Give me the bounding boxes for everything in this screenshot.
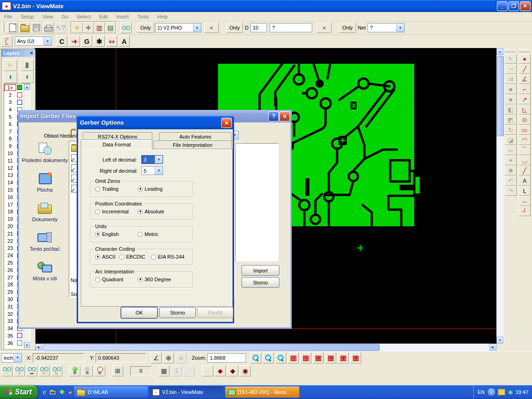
dcode-input[interactable]: 10 — [250, 23, 267, 32]
place-my-computer[interactable]: Tento počítač — [22, 231, 68, 252]
vertical-scroll-thumb[interactable] — [497, 56, 504, 136]
only-net-button[interactable]: Only — [339, 23, 356, 33]
arc-tool-icon[interactable]: ◠ — [519, 135, 531, 145]
triangle-tool-icon[interactable]: ◺ — [519, 104, 531, 115]
place-recent-documents[interactable]: Poslední dokumenty — [22, 143, 68, 163]
chevron-down-icon[interactable]: ▼ — [13, 354, 21, 362]
internet-explorer-icon[interactable]: e — [42, 388, 46, 396]
layer-colors-icon[interactable]: 🮘 — [20, 60, 34, 71]
dcode-tools-icon[interactable]: ✛ — [83, 22, 94, 33]
layers-panel-header[interactable]: Layers ✕ — [1, 49, 35, 57]
radio-metric[interactable]: Metric — [138, 231, 158, 237]
pan-up-icon[interactable]: ▦↑ — [350, 352, 361, 363]
chevron-down-icon[interactable]: ▼ — [43, 37, 51, 45]
chevron-down-icon[interactable]: ▼ — [193, 24, 201, 32]
aperture-a-icon[interactable]: A — [119, 36, 130, 47]
sketch-line-tool-icon[interactable]: ╱ — [519, 165, 531, 175]
zoom-tool-icon[interactable] — [250, 352, 261, 363]
pan-left-icon[interactable]: ▦← — [313, 352, 324, 363]
pan-down-icon[interactable]: ▦↓ — [338, 352, 349, 363]
tab-file-interpretation[interactable]: File Interpretation — [153, 140, 232, 149]
help-icon[interactable]: ? — [268, 111, 279, 121]
layer-color-swatch[interactable] — [17, 92, 22, 97]
menu-item-tools[interactable]: Tools — [133, 13, 153, 20]
highlight-off-lamp-icon[interactable] — [82, 365, 93, 376]
zoom-grid-icon[interactable] — [263, 352, 274, 363]
layer-insert-icon[interactable]: ⊢ — [4, 60, 17, 71]
radio-quadrant[interactable]: Quadrant — [95, 277, 123, 282]
layer-combo[interactable]: 1) V2.PHO▼ — [155, 23, 201, 32]
palette-grip[interactable] — [519, 49, 530, 52]
dimension-tool-icon[interactable]: ↔ — [519, 196, 531, 206]
scroll-up-icon[interactable]: ▲ — [496, 48, 503, 55]
split-panes-icon[interactable]: ⊞ — [112, 365, 123, 376]
close-icon[interactable]: ✕ — [221, 118, 232, 128]
notes-tray-icon[interactable] — [498, 389, 505, 395]
cancel-button[interactable]: Storno — [242, 277, 279, 288]
place-desktop[interactable]: Plocha — [22, 172, 68, 193]
menu-item-insert[interactable]: Insert — [112, 13, 133, 20]
view-points-glasses-icon[interactable]: •– — [39, 365, 50, 376]
corner-tool-icon[interactable]: ⌐ — [519, 84, 531, 94]
scroll-left-icon[interactable]: ◀ — [35, 344, 42, 351]
pattern-sparse-icon[interactable]: ◌ — [202, 365, 213, 376]
units-combo[interactable]: inch▼ — [1, 353, 22, 363]
curve-tool-icon[interactable]: ⌒ — [519, 145, 531, 155]
highlight-outline-lamp-icon[interactable] — [94, 365, 105, 376]
goto-arrow-icon[interactable]: ➜ — [69, 36, 80, 47]
crosshair-icon[interactable]: ⊕ — [163, 352, 174, 363]
settings-gear-icon[interactable]: ✱ — [505, 165, 517, 175]
print-icon[interactable] — [43, 22, 54, 33]
menu-item-go[interactable]: Go — [57, 13, 73, 20]
gerber-g-icon[interactable]: G — [81, 36, 92, 47]
zoom-value[interactable]: 1.8868 — [207, 353, 246, 363]
cursor-tool-icon[interactable]: ↖ — [505, 54, 517, 64]
prev-dcode-button[interactable]: < — [317, 23, 332, 33]
pattern-pad-icon[interactable]: ◆ — [215, 365, 226, 376]
firefox-icon[interactable]: ◕ — [68, 388, 72, 396]
menu-item-file[interactable]: File — [0, 13, 17, 20]
rectangle-tool-icon[interactable]: ▭ — [519, 125, 531, 135]
horizontal-scrollbar[interactable]: ◀ ▶ — [35, 344, 504, 351]
vector-tool-icon[interactable]: ↗ — [519, 94, 531, 104]
context-help-icon[interactable]: ↖? — [55, 22, 66, 33]
undo-icon[interactable]: ↶ — [505, 175, 517, 186]
view-filled-glasses-icon[interactable]: ▬ — [26, 365, 37, 376]
dot-grid-icon[interactable]: ▦ — [158, 365, 169, 376]
pattern-pad-dot-icon[interactable]: ◉ — [240, 365, 251, 376]
rotate-tool-icon[interactable]: ↻ — [505, 125, 517, 135]
anchor-icon[interactable]: ↧ — [171, 365, 182, 376]
radio-eia-rs-244[interactable]: EIA RS-244 — [151, 254, 184, 260]
dcode-filter-icon[interactable]: ⣏ — [1, 36, 12, 47]
ok-button[interactable]: OK — [121, 307, 157, 318]
circle-tool-icon[interactable]: ⊙ — [519, 115, 531, 125]
film-colors-icon[interactable]: ▤ — [105, 22, 116, 33]
palette-grip[interactable] — [505, 49, 516, 52]
pattern-pad-small-icon[interactable]: ◆ — [227, 365, 238, 376]
help-book-icon[interactable]: ❖ — [59, 388, 65, 396]
arc-segment-tool-icon[interactable]: ◡ — [519, 155, 531, 165]
layer-move-down-icon[interactable]: ⬇ — [4, 72, 17, 83]
place-documents[interactable]: Dokumenty — [22, 202, 68, 222]
minimize-button[interactable]: _ — [497, 1, 508, 11]
pad-tool-icon[interactable]: ● — [519, 54, 531, 64]
start-button[interactable]: Start — [0, 385, 38, 399]
apply-button[interactable]: Použít — [197, 307, 233, 318]
vertical-scrollbar[interactable]: ▲ ▼ — [496, 48, 504, 344]
tray-chevron-icon[interactable]: ‹ — [488, 388, 495, 396]
transfer-many-icon[interactable]: ⇉ — [505, 74, 517, 84]
radio-360-degree[interactable]: 360 Degree — [138, 277, 171, 282]
highlight-on-lamp-icon[interactable] — [69, 365, 80, 376]
open-file-icon[interactable] — [19, 22, 30, 33]
prev-layer-button[interactable]: < — [204, 23, 219, 33]
save-file-icon[interactable] — [31, 22, 42, 33]
radio-absolute[interactable]: Absolute — [138, 209, 164, 214]
zoom-window-icon[interactable] — [275, 352, 286, 363]
scroll-down-icon[interactable]: ▼ — [24, 342, 30, 348]
mirror-vertical-icon[interactable]: ◧ — [505, 104, 517, 115]
radio-leading[interactable]: Leading — [138, 186, 163, 192]
chevron-down-icon[interactable]: ▼ — [155, 167, 163, 175]
net-hop-icon[interactable]: ⇿ — [106, 36, 117, 47]
radio-ascii[interactable]: ASCII — [95, 254, 115, 260]
scroll-right-icon[interactable]: ▶ — [490, 344, 496, 351]
